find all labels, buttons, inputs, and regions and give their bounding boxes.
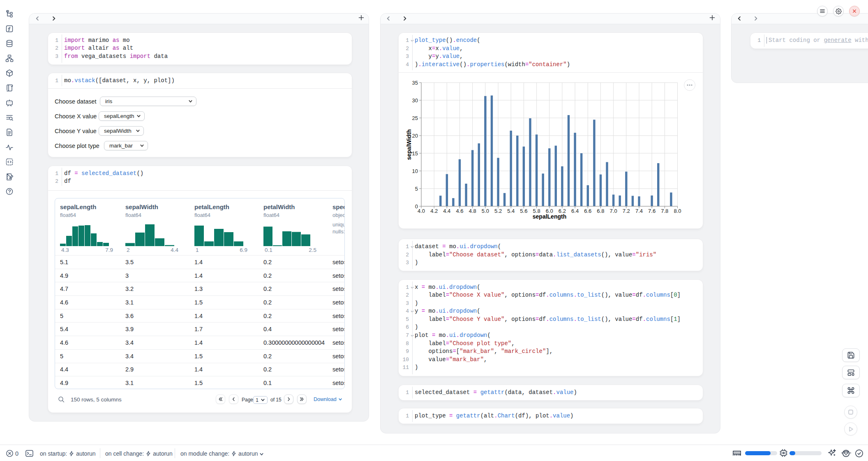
svg-text:10: 10 xyxy=(412,168,418,174)
svg-text:5: 5 xyxy=(415,186,418,192)
svg-text:5.6: 5.6 xyxy=(520,208,527,214)
svg-text:7.4: 7.4 xyxy=(635,208,643,214)
svg-text:7.2: 7.2 xyxy=(623,208,630,214)
svg-text:5.4: 5.4 xyxy=(507,208,515,214)
svg-text:6.4: 6.4 xyxy=(571,208,579,214)
svg-text:sepalLength: sepalLength xyxy=(533,213,566,220)
svg-text:35: 35 xyxy=(412,80,418,86)
svg-text:30: 30 xyxy=(412,97,418,104)
svg-text:4.4: 4.4 xyxy=(443,208,450,214)
svg-text:5.0: 5.0 xyxy=(482,208,489,214)
svg-text:4.2: 4.2 xyxy=(430,208,438,214)
svg-text:7.6: 7.6 xyxy=(648,208,656,214)
svg-text:5.2: 5.2 xyxy=(494,208,502,214)
svg-text:7.8: 7.8 xyxy=(661,208,668,214)
svg-text:15: 15 xyxy=(412,150,418,157)
svg-text:4.6: 4.6 xyxy=(456,208,463,214)
svg-text:25: 25 xyxy=(412,115,418,121)
svg-text:4.8: 4.8 xyxy=(469,208,476,214)
svg-text:8.0: 8.0 xyxy=(674,208,681,214)
svg-text:4.0: 4.0 xyxy=(418,208,425,214)
svg-text:6.8: 6.8 xyxy=(597,208,604,214)
svg-text:6.6: 6.6 xyxy=(584,208,591,214)
svg-text:0: 0 xyxy=(415,203,418,210)
svg-text:20: 20 xyxy=(412,133,418,139)
svg-text:7.0: 7.0 xyxy=(610,208,617,214)
svg-text:sepalWidth: sepalWidth xyxy=(406,129,412,160)
